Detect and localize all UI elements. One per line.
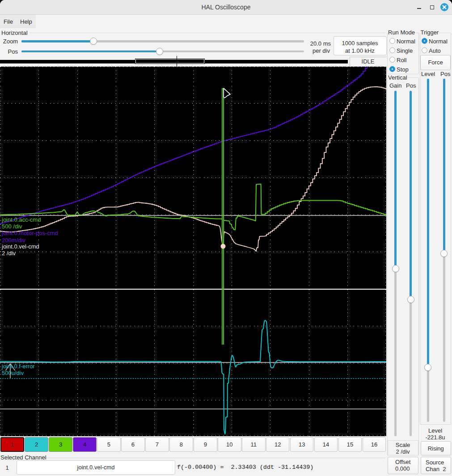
svg-text:joint.0.f-error: joint.0.f-error [1,363,35,370]
svg-text:joint.0.vel-cmd: joint.0.vel-cmd [1,243,39,250]
svg-text:joint.0.acc-cmd: joint.0.acc-cmd [1,216,41,223]
svg-text:500u/div: 500u/div [2,370,24,376]
svg-text:2 /div: 2 /div [2,250,16,257]
svg-text:200m/div: 200m/div [2,237,25,244]
svg-text:joint.0.motor-pos-cmd: joint.0.motor-pos-cmd [1,230,58,236]
svg-text:500 /div: 500 /div [2,223,22,230]
